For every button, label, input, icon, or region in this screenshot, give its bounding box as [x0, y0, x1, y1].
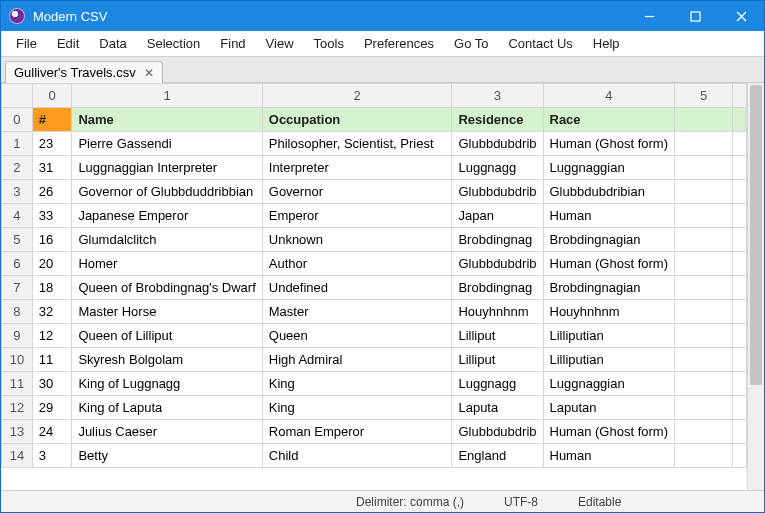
cell[interactable]: Race	[543, 108, 674, 132]
cell[interactable]: 29	[32, 396, 72, 420]
cell[interactable]: Brobdingnagian	[543, 228, 674, 252]
cell[interactable]: Residence	[452, 108, 543, 132]
cell[interactable]: Human (Ghost form)	[543, 132, 674, 156]
cell[interactable]: Skyresh Bolgolam	[72, 348, 262, 372]
cell[interactable]: Master Horse	[72, 300, 262, 324]
cell[interactable]: Laputan	[543, 396, 674, 420]
cell[interactable]	[733, 372, 747, 396]
column-header[interactable]: 4	[543, 84, 674, 108]
menu-help[interactable]: Help	[584, 33, 629, 54]
cell[interactable]	[674, 300, 732, 324]
cell[interactable]: Glubbdubdrib	[452, 252, 543, 276]
cell[interactable]: 11	[32, 348, 72, 372]
file-tab[interactable]: Gulliver's Travels.csv ✕	[5, 61, 163, 83]
cell[interactable]: Homer	[72, 252, 262, 276]
cell[interactable]	[674, 396, 732, 420]
minimize-button[interactable]	[626, 1, 672, 31]
row-header[interactable]: 13	[2, 420, 33, 444]
close-button[interactable]	[718, 1, 764, 31]
cell[interactable]: Japan	[452, 204, 543, 228]
cell[interactable]	[733, 276, 747, 300]
cell[interactable]: 24	[32, 420, 72, 444]
row-header[interactable]: 2	[2, 156, 33, 180]
cell[interactable]	[674, 132, 732, 156]
row-header[interactable]: 6	[2, 252, 33, 276]
row-header[interactable]: 8	[2, 300, 33, 324]
cell[interactable]: Undefined	[262, 276, 452, 300]
cell[interactable]: Luggnaggian	[543, 156, 674, 180]
cell[interactable]: King of Laputa	[72, 396, 262, 420]
cell[interactable]: Luggnaggian Interpreter	[72, 156, 262, 180]
menu-preferences[interactable]: Preferences	[355, 33, 443, 54]
cell[interactable]: Brobdingnag	[452, 276, 543, 300]
row-header[interactable]: 14	[2, 444, 33, 468]
row-header[interactable]: 0	[2, 108, 33, 132]
cell[interactable]: Glumdalclitch	[72, 228, 262, 252]
cell[interactable]: High Admiral	[262, 348, 452, 372]
row-header[interactable]: 12	[2, 396, 33, 420]
vertical-scrollbar[interactable]	[747, 83, 764, 490]
cell[interactable]: Betty	[72, 444, 262, 468]
cell[interactable]: Laputa	[452, 396, 543, 420]
menu-file[interactable]: File	[7, 33, 46, 54]
cell[interactable]	[733, 108, 747, 132]
cell[interactable]	[733, 156, 747, 180]
cell[interactable]: 20	[32, 252, 72, 276]
cell[interactable]: 23	[32, 132, 72, 156]
cell[interactable]: Human	[543, 204, 674, 228]
cell[interactable]	[674, 420, 732, 444]
cell[interactable]: Luggnagg	[452, 372, 543, 396]
cell[interactable]: 32	[32, 300, 72, 324]
row-header[interactable]: 3	[2, 180, 33, 204]
column-header[interactable]: 2	[262, 84, 452, 108]
cell[interactable]	[733, 252, 747, 276]
column-header[interactable]: 3	[452, 84, 543, 108]
cell[interactable]: Brobdingnag	[452, 228, 543, 252]
cell[interactable]: Julius Caeser	[72, 420, 262, 444]
cell[interactable]: Glubbdubdrib	[452, 132, 543, 156]
cell[interactable]: Queen	[262, 324, 452, 348]
cell[interactable]: Emperor	[262, 204, 452, 228]
cell[interactable]: Human (Ghost form)	[543, 252, 674, 276]
corner-cell[interactable]	[2, 84, 33, 108]
cell[interactable]: Luggnagg	[452, 156, 543, 180]
cell[interactable]	[674, 372, 732, 396]
cell[interactable]: Interpreter	[262, 156, 452, 180]
cell[interactable]: #	[32, 108, 72, 132]
cell[interactable]: Name	[72, 108, 262, 132]
cell[interactable]: Glubbdubdrib	[452, 180, 543, 204]
cell[interactable]: Glubbdubdrib	[452, 420, 543, 444]
cell[interactable]: Child	[262, 444, 452, 468]
cell[interactable]: 12	[32, 324, 72, 348]
cell[interactable]	[733, 300, 747, 324]
column-header[interactable]: 1	[72, 84, 262, 108]
cell[interactable]: King	[262, 372, 452, 396]
cell[interactable]: 30	[32, 372, 72, 396]
cell[interactable]	[733, 204, 747, 228]
cell[interactable]	[733, 324, 747, 348]
cell[interactable]: 26	[32, 180, 72, 204]
cell[interactable]	[674, 156, 732, 180]
row-header[interactable]: 11	[2, 372, 33, 396]
cell[interactable]: Human	[543, 444, 674, 468]
cell[interactable]	[674, 444, 732, 468]
cell[interactable]	[674, 108, 732, 132]
row-header[interactable]: 1	[2, 132, 33, 156]
cell[interactable]: Lilliput	[452, 324, 543, 348]
cell[interactable]	[733, 396, 747, 420]
menu-edit[interactable]: Edit	[48, 33, 88, 54]
cell[interactable]: Unknown	[262, 228, 452, 252]
cell[interactable]	[733, 180, 747, 204]
cell[interactable]: Queen of Brobdingnag's Dwarf	[72, 276, 262, 300]
cell[interactable]: Brobdingnagian	[543, 276, 674, 300]
cell[interactable]: England	[452, 444, 543, 468]
cell[interactable]: Governor	[262, 180, 452, 204]
row-header[interactable]: 7	[2, 276, 33, 300]
cell[interactable]: Glubbdubdribian	[543, 180, 674, 204]
cell[interactable]: Philosopher, Scientist, Priest	[262, 132, 452, 156]
row-header[interactable]: 5	[2, 228, 33, 252]
scrollbar-thumb[interactable]	[750, 85, 762, 385]
row-header[interactable]: 9	[2, 324, 33, 348]
cell[interactable]	[733, 420, 747, 444]
cell[interactable]: King	[262, 396, 452, 420]
